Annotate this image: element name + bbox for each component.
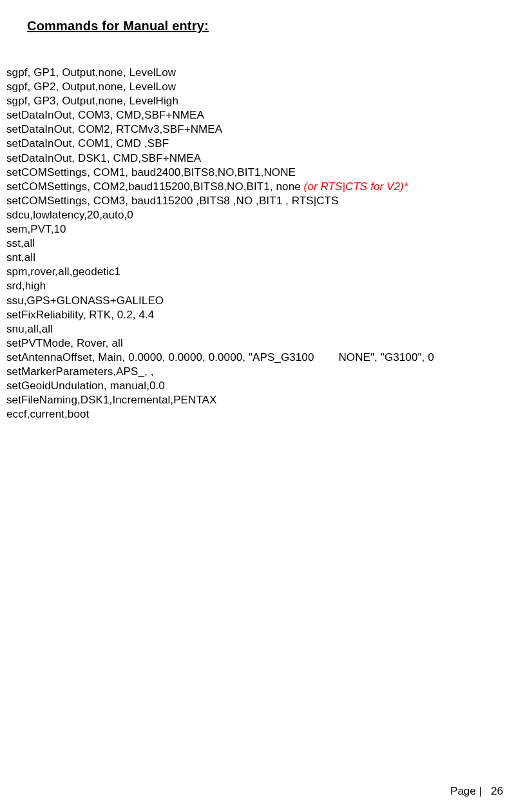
command-line: setDataInOut, DSK1, CMD,SBF+NMEA <box>6 151 510 166</box>
command-text: snt,all <box>6 251 35 264</box>
command-text: setGeoidUndulation, manual,0.0 <box>6 380 165 392</box>
command-text: sem,PVT,10 <box>6 223 66 235</box>
command-line: setDataInOut, COM3, CMD,SBF+NMEA <box>6 108 510 122</box>
command-text: sgpf, GP3, Output,none, LevelHigh <box>6 95 178 107</box>
command-text: setDataInOut, COM3, CMD,SBF+NMEA <box>6 109 204 121</box>
command-line: setAntennaOffset, Main, 0.0000, 0.0000, … <box>6 351 510 365</box>
command-line: sgpf, GP3, Output,none, LevelHigh <box>6 94 510 108</box>
command-line: ssu,GPS+GLONASS+GALILEO <box>6 294 510 308</box>
command-annotation: (or RTS|CTS for V2)* <box>301 180 408 193</box>
page-label: Page | <box>450 785 482 797</box>
command-text: sgpf, GP1, Output,none, LevelLow <box>6 66 176 79</box>
command-text: setFileNaming,DSK1,Incremental,PENTAX <box>6 394 217 406</box>
command-text: setDataInOut, DSK1, CMD,SBF+NMEA <box>6 152 201 164</box>
command-text-continued: NONE", "G3100", 0 <box>338 351 434 363</box>
command-line: setDataInOut, COM2, RTCMv3,SBF+NMEA <box>6 122 510 137</box>
command-line: eccf,current,boot <box>6 407 510 421</box>
command-text: srd,high <box>6 280 46 292</box>
command-text: setCOMSettings, COM1, baud2400,BITS8,NO,… <box>6 166 296 179</box>
command-text: spm,rover,all,geodetic1 <box>6 266 120 278</box>
command-text: sgpf, GP2, Output,none, LevelLow <box>6 81 176 93</box>
command-text: sst,all <box>6 237 35 249</box>
page-footer: Page | 26 <box>450 785 503 798</box>
command-line: setGeoidUndulation, manual,0.0 <box>6 379 510 393</box>
command-line: sdcu,lowlatency,20,auto,0 <box>6 208 510 222</box>
page-number: 26 <box>491 785 503 797</box>
command-line: sgpf, GP1, Output,none, LevelLow <box>6 66 510 80</box>
command-text: setFixReliability, RTK, 0.2, 4.4 <box>6 309 154 321</box>
command-line: snu,all,all <box>6 322 510 336</box>
command-text: snu,all,all <box>6 323 53 335</box>
command-list: sgpf, GP1, Output,none, LevelLowsgpf, GP… <box>6 66 510 421</box>
section-heading: Commands for Manual entry: <box>6 19 510 34</box>
command-text: eccf,current,boot <box>6 408 89 420</box>
command-line: spm,rover,all,geodetic1 <box>6 265 510 279</box>
command-line: setFileNaming,DSK1,Incremental,PENTAX <box>6 393 510 407</box>
command-line: setCOMSettings, COM3, baud115200 ,BITS8 … <box>6 194 510 208</box>
command-line: sgpf, GP2, Output,none, LevelLow <box>6 80 510 94</box>
command-line: sem,PVT,10 <box>6 222 510 237</box>
command-text: setPVTMode, Rover, all <box>6 337 123 349</box>
command-text: setDataInOut, COM2, RTCMv3,SBF+NMEA <box>6 123 222 135</box>
command-text: sdcu,lowlatency,20,auto,0 <box>6 209 133 221</box>
command-line: setCOMSettings, COM1, baud2400,BITS8,NO,… <box>6 166 510 180</box>
command-line: setDataInOut, COM1, CMD ,SBF <box>6 137 510 151</box>
command-text: setAntennaOffset, Main, 0.0000, 0.0000, … <box>6 351 314 363</box>
command-line: snt,all <box>6 251 510 265</box>
command-text: setMarkerParameters,APS_, , <box>6 365 154 378</box>
command-text: setCOMSettings, COM2,baud115200,BITS8,NO… <box>6 180 301 193</box>
command-line: srd,high <box>6 279 510 293</box>
command-line: setFixReliability, RTK, 0.2, 4.4 <box>6 308 510 322</box>
command-line: setCOMSettings, COM2,baud115200,BITS8,NO… <box>6 180 510 194</box>
command-line: sst,all <box>6 237 510 251</box>
command-line: setMarkerParameters,APS_, , <box>6 365 510 379</box>
command-text: setCOMSettings, COM3, baud115200 ,BITS8 … <box>6 195 338 207</box>
command-text: setDataInOut, COM1, CMD ,SBF <box>6 137 169 150</box>
command-text: ssu,GPS+GLONASS+GALILEO <box>6 295 164 307</box>
command-line: setPVTMode, Rover, all <box>6 336 510 351</box>
